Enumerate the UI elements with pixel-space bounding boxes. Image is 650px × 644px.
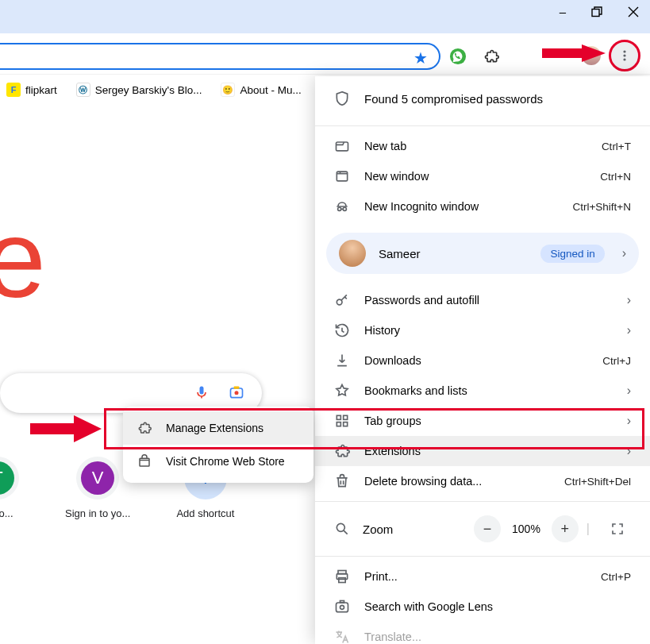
bookmark-label: Sergey Barskiy's Blo...: [95, 84, 202, 96]
delete-browsing-data-item[interactable]: Delete browsing data... Ctrl+Shift+Del: [315, 466, 650, 496]
puzzle-icon: [334, 443, 350, 459]
flipkart-favicon: F: [6, 83, 21, 97]
chrome-main-menu: Found 5 compromised passwords New tab Ct…: [315, 76, 650, 644]
bookmark-item[interactable]: 🙂 About - Mu...: [221, 83, 301, 97]
visit-web-store-item[interactable]: Visit Chrome Web Store: [123, 445, 313, 478]
menu-separator: [315, 125, 650, 126]
window-close-button[interactable]: [628, 6, 639, 17]
svg-rect-20: [337, 422, 340, 426]
menu-label: Delete browsing data...: [364, 475, 550, 488]
whatsapp-extension-icon[interactable]: [448, 47, 467, 66]
svg-rect-19: [344, 415, 348, 419]
menu-accelerator: Ctrl+N: [600, 171, 631, 183]
printer-icon: [334, 569, 350, 584]
magnifier-icon: [334, 521, 350, 537]
voice-search-icon[interactable]: [194, 384, 210, 400]
alert-text: Found 5 compromised passwords: [364, 92, 543, 106]
menu-accelerator: Ctrl+J: [602, 355, 631, 367]
svg-rect-11: [30, 423, 78, 434]
incognito-icon: [334, 199, 350, 214]
menu-label: Search with Google Lens: [364, 600, 631, 613]
zoom-label: Zoom: [363, 523, 461, 536]
ntp-shortcut[interactable]: V Sign in to yo...: [65, 457, 130, 519]
window-titlebar: –: [0, 0, 650, 33]
chrome-menu-button[interactable]: [610, 41, 639, 70]
profile-row[interactable]: Sameer Signed in ›: [326, 233, 639, 274]
chevron-right-icon: ›: [627, 444, 631, 458]
svg-point-2: [623, 50, 625, 52]
svg-point-22: [337, 523, 344, 531]
address-bar[interactable]: ★: [0, 43, 440, 70]
profile-avatar-button[interactable]: [580, 44, 602, 67]
passwords-autofill-item[interactable]: Passwords and autofill ›: [315, 285, 650, 315]
extensions-item[interactable]: Extensions ›: [315, 436, 650, 466]
window-maximize-button[interactable]: [591, 6, 602, 17]
menu-accelerator: Ctrl+Shift+Del: [564, 476, 631, 488]
lens-search-icon[interactable]: [229, 384, 244, 400]
svg-point-4: [623, 58, 625, 60]
translate-icon: [334, 629, 350, 644]
svg-point-17: [337, 299, 342, 305]
ntp-shortcut[interactable]: T to yo...: [0, 457, 19, 519]
menu-label: New window: [364, 170, 586, 183]
zoom-row: Zoom − 100% + |: [315, 507, 650, 551]
chevron-right-icon: ›: [627, 384, 631, 398]
menu-label: Extensions: [364, 445, 608, 457]
svg-point-8: [235, 391, 239, 395]
extensions-puzzle-icon[interactable]: [482, 47, 501, 66]
browser-toolbar: ★: [0, 33, 650, 75]
extension-icon-row: [448, 47, 501, 66]
shortcut-label: to yo...: [0, 507, 13, 519]
webstore-icon: [137, 454, 152, 469]
svg-rect-13: [337, 142, 348, 151]
svg-rect-0: [592, 9, 599, 16]
google-logo-fragment: e: [0, 195, 46, 323]
svg-rect-10: [140, 458, 149, 466]
menu-label: Translate...: [364, 631, 631, 643]
password-alert-row[interactable]: Found 5 compromised passwords: [315, 76, 650, 121]
svg-rect-18: [337, 415, 340, 419]
chevron-right-icon: ›: [627, 323, 631, 337]
print-item[interactable]: Print... Ctrl+P: [315, 561, 650, 592]
chevron-right-icon: ›: [622, 246, 626, 260]
svg-rect-28: [340, 601, 344, 604]
submenu-label: Manage Extensions: [166, 422, 263, 434]
bookmark-star-icon[interactable]: ★: [413, 48, 428, 67]
submenu-label: Visit Chrome Web Store: [166, 455, 285, 468]
zoom-out-button[interactable]: −: [474, 515, 501, 542]
extensions-submenu: Manage Extensions Visit Chrome Web Store: [123, 407, 313, 483]
new-incognito-item[interactable]: New Incognito window Ctrl+Shift+N: [315, 191, 650, 222]
tab-groups-item[interactable]: Tab groups ›: [315, 406, 650, 436]
manage-extensions-item[interactable]: Manage Extensions: [123, 411, 313, 445]
menu-accelerator: Ctrl+T: [602, 141, 631, 152]
downloads-item[interactable]: Downloads Ctrl+J: [315, 345, 650, 376]
history-item[interactable]: History ›: [315, 315, 650, 345]
svg-rect-26: [337, 603, 348, 612]
menu-label: Downloads: [364, 354, 588, 367]
profile-avatar-icon: [339, 240, 366, 267]
history-icon: [334, 322, 350, 338]
tab-icon: [334, 138, 350, 154]
annotation-arrow-icon: [30, 415, 102, 442]
new-tab-item[interactable]: New tab Ctrl+T: [315, 131, 650, 161]
menu-label: New Incognito window: [364, 200, 558, 213]
bookmark-item[interactable]: ⓦ Sergey Barskiy's Blo...: [76, 83, 202, 97]
fullscreen-button[interactable]: [604, 515, 631, 542]
bookmark-label: About - Mu...: [240, 84, 301, 96]
google-lens-item[interactable]: Search with Google Lens: [315, 592, 650, 622]
svg-point-3: [623, 54, 625, 56]
star-icon: [334, 383, 350, 399]
shortcut-label: Add shortcut: [176, 507, 234, 519]
svg-point-27: [340, 605, 344, 609]
window-minimize-button[interactable]: –: [560, 5, 566, 18]
bookmarks-lists-item[interactable]: Bookmarks and lists ›: [315, 376, 650, 406]
menu-separator: [315, 501, 650, 502]
menu-label: Bookmarks and lists: [364, 384, 608, 397]
bookmark-item[interactable]: F flipkart: [6, 83, 57, 97]
svg-rect-21: [344, 422, 348, 426]
zoom-in-button[interactable]: +: [552, 515, 579, 542]
key-icon: [334, 292, 350, 308]
menu-accelerator: Ctrl+P: [601, 571, 631, 583]
new-window-item[interactable]: New window Ctrl+N: [315, 161, 650, 191]
wordpress-favicon: ⓦ: [76, 83, 90, 97]
